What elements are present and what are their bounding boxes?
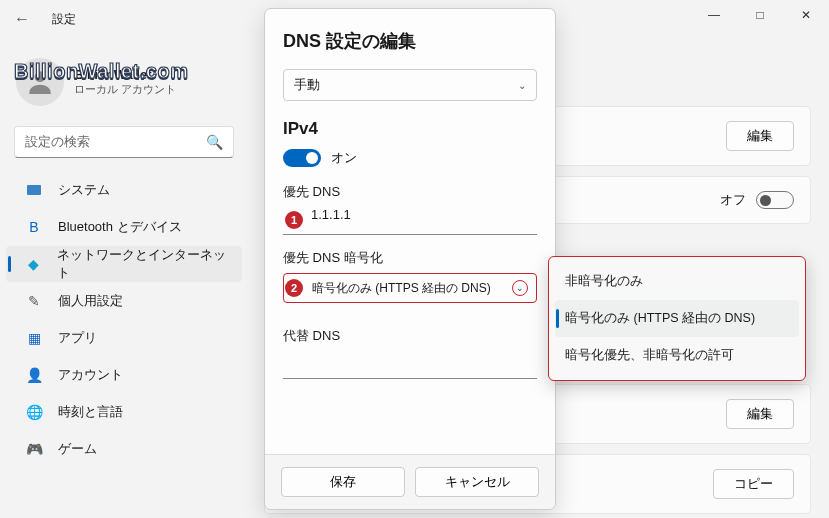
dropdown-option-unencrypted[interactable]: 非暗号化のみ [555,263,799,300]
nav-label: アカウント [58,366,123,384]
minimize-button[interactable]: ― [691,0,737,30]
cancel-button[interactable]: キャンセル [415,467,539,497]
nav-icon: 👤 [24,367,44,383]
preferred-dns-value: 1.1.1.1 [311,207,351,222]
nav-label: Bluetooth とデバイス [58,218,182,236]
mode-select[interactable]: 手動 ⌄ [283,69,537,101]
close-button[interactable]: ✕ [783,0,829,30]
edit-button[interactable]: 編集 [726,121,794,151]
sidebar-item-5[interactable]: 👤アカウント [6,357,242,393]
dropdown-option-encrypted-preferred[interactable]: 暗号化優先、非暗号化の許可 [555,337,799,374]
maximize-button[interactable]: □ [737,0,783,30]
search-input[interactable]: 設定の検索 🔍 [14,126,234,158]
nav-label: アプリ [58,329,97,347]
mode-value: 手動 [294,76,320,94]
copy-button[interactable]: コピー [713,469,794,499]
metered-toggle[interactable] [756,191,794,209]
avatar-icon [16,58,64,106]
window-title: 設定 [52,11,76,28]
toggle-label-off: オフ [720,191,746,209]
nav-icon: ◆ [24,256,43,272]
nav-icon: 🎮 [24,441,44,457]
preferred-dns-enc-select[interactable]: 暗号化のみ (HTTPS 経由の DNS) ⌄ [283,273,537,303]
alternate-dns-label: 代替 DNS [283,327,537,345]
search-icon: 🔍 [206,134,223,150]
save-button[interactable]: 保存 [281,467,405,497]
sidebar-item-6[interactable]: 🌐時刻と言語 [6,394,242,430]
sidebar-item-2[interactable]: ◆ネットワークとインターネット [6,246,242,282]
preferred-dns-enc-value: 暗号化のみ (HTTPS 経由の DNS) [312,280,491,297]
dns-edit-dialog: DNS 設定の編集 手動 ⌄ IPv4 オン 優先 DNS 1 1.1.1.1 … [264,8,556,510]
profile-sub: ローカル アカウント [74,82,176,97]
nav-label: システム [58,181,110,199]
nav-label: ネットワークとインターネット [57,246,228,282]
ipv4-toggle[interactable] [283,149,321,167]
sidebar-item-3[interactable]: ✎個人用設定 [6,283,242,319]
nav-label: 個人用設定 [58,292,123,310]
callout-badge-2: 2 [285,279,303,297]
toggle-label-on: オン [331,149,357,167]
nav-icon: B [24,219,44,235]
nav-icon: ✎ [24,293,44,309]
alternate-dns-input[interactable] [283,351,537,379]
ipv4-heading: IPv4 [283,119,537,139]
nav-icon: 🌐 [24,404,44,420]
profile-name: BillionWallet [74,67,176,82]
encryption-dropdown[interactable]: 非暗号化のみ 暗号化のみ (HTTPS 経由の DNS) 暗号化優先、非暗号化の… [548,256,806,381]
chevron-down-icon: ⌄ [518,80,526,91]
dialog-title: DNS 設定の編集 [283,29,537,53]
nav-label: ゲーム [58,440,97,458]
preferred-dns-input[interactable]: 1.1.1.1 [283,207,537,235]
sidebar-item-4[interactable]: ▦アプリ [6,320,242,356]
dropdown-option-encrypted-only[interactable]: 暗号化のみ (HTTPS 経由の DNS) [555,300,799,337]
sidebar-item-1[interactable]: BBluetooth とデバイス [6,209,242,245]
profile-block[interactable]: BillionWallet ローカル アカウント [0,48,248,116]
callout-badge-1: 1 [285,211,303,229]
svg-point-0 [35,71,46,82]
search-placeholder: 設定の検索 [25,133,90,151]
preferred-dns-enc-label: 優先 DNS 暗号化 [283,249,537,267]
back-arrow-icon[interactable]: ← [14,10,38,28]
chevron-down-icon: ⌄ [512,280,528,296]
sidebar-item-7[interactable]: 🎮ゲーム [6,431,242,467]
nav-icon [24,185,44,195]
sidebar-item-0[interactable]: システム [6,172,242,208]
edit-button-2[interactable]: 編集 [726,399,794,429]
preferred-dns-label: 優先 DNS [283,183,537,201]
nav-label: 時刻と言語 [58,403,123,421]
nav-icon: ▦ [24,330,44,346]
